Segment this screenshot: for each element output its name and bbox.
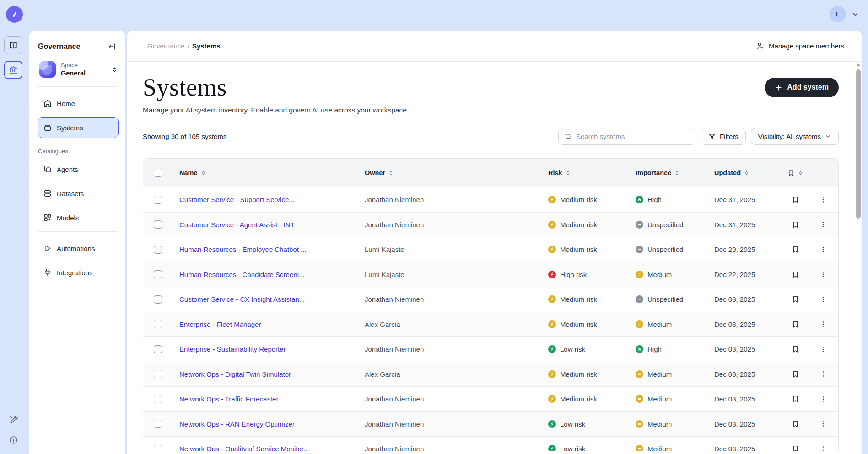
system-name-link[interactable]: Network Ops - Digital Twin Simulator <box>179 370 353 378</box>
system-name-link[interactable]: Enterprise - Fleet Manager <box>179 320 353 328</box>
kebab-menu-icon[interactable] <box>819 320 827 328</box>
importance-label: Unspecified <box>647 221 683 229</box>
risk-icon <box>548 320 556 328</box>
sort-icon[interactable] <box>388 170 394 176</box>
bookmark-icon[interactable] <box>791 245 800 254</box>
system-name-link[interactable]: Human Resources - Employee Chatbot ... <box>179 246 353 253</box>
row-checkbox[interactable] <box>154 220 162 229</box>
scrollbar-up-arrow[interactable] <box>856 63 861 66</box>
select-all-checkbox[interactable] <box>154 169 162 177</box>
sort-icon[interactable] <box>565 170 571 176</box>
sort-icon[interactable] <box>200 170 206 176</box>
table-row: Customer Service - Agent Assist - INT Jo… <box>143 212 838 237</box>
chevron-down-icon <box>825 133 831 140</box>
row-checkbox[interactable] <box>154 395 162 403</box>
bookmark-column-icon[interactable] <box>787 169 795 177</box>
row-checkbox[interactable] <box>154 270 162 278</box>
kebab-menu-icon[interactable] <box>819 246 827 254</box>
page-title: Systems <box>143 75 227 100</box>
sidebar-item-agents[interactable]: Agents <box>38 159 119 180</box>
system-name-link[interactable]: Network Ops - Traffic Forecaster <box>179 395 353 403</box>
visibility-dropdown[interactable]: Visibility: All systems <box>751 128 839 145</box>
bookmark-icon[interactable] <box>791 345 800 353</box>
sidebar-item-home[interactable]: Home <box>38 93 119 114</box>
sidebar-item-automations[interactable]: Automations <box>38 238 119 259</box>
kebab-menu-icon[interactable] <box>819 295 827 304</box>
docs-rail-button[interactable] <box>4 36 22 54</box>
kebab-menu-icon[interactable] <box>819 196 827 204</box>
bookmark-icon[interactable] <box>791 420 800 428</box>
space-name: General <box>61 70 86 77</box>
sort-icon[interactable] <box>798 170 803 176</box>
add-system-button[interactable]: Add system <box>765 78 839 97</box>
row-checkbox[interactable] <box>154 246 162 254</box>
row-checkbox[interactable] <box>154 345 162 353</box>
column-header-updated[interactable]: Updated <box>714 169 741 176</box>
row-checkbox[interactable] <box>154 370 162 378</box>
column-header-owner[interactable]: Owner <box>365 169 385 176</box>
bookmark-icon[interactable] <box>791 195 800 204</box>
row-checkbox[interactable] <box>154 445 162 451</box>
bookmark-icon[interactable] <box>791 444 800 451</box>
row-checkbox[interactable] <box>154 196 162 204</box>
system-name-link[interactable]: Human Resources - Candidate Screeni... <box>179 271 353 278</box>
chevron-expand-icon <box>111 66 119 74</box>
system-name-link[interactable]: Customer Service - Agent Assist - INT <box>179 221 353 229</box>
home-icon <box>43 99 52 108</box>
app-logo[interactable] <box>6 6 23 23</box>
column-header-risk[interactable]: Risk <box>548 169 562 176</box>
manage-space-members-button[interactable]: Manage space members <box>756 42 844 50</box>
kebab-menu-icon[interactable] <box>819 220 827 229</box>
system-name-link[interactable]: Customer Service - Support Service... <box>179 196 353 203</box>
kebab-menu-icon[interactable] <box>819 270 827 278</box>
bookmark-icon[interactable] <box>791 395 800 403</box>
updated-cell: Dec 03, 2025 <box>714 395 783 403</box>
row-checkbox[interactable] <box>154 295 162 304</box>
info-icon[interactable] <box>9 435 18 445</box>
column-header-name[interactable]: Name <box>179 169 198 176</box>
importance-label: Medium <box>647 271 672 278</box>
row-checkbox[interactable] <box>154 320 162 328</box>
row-checkbox[interactable] <box>154 420 162 428</box>
sidebar-item-label: Models <box>57 214 79 222</box>
risk-label: Medium risk <box>560 395 597 403</box>
integrations-plug-icon <box>43 268 52 277</box>
avatar[interactable]: L <box>830 6 846 22</box>
tools-icon[interactable] <box>8 414 18 424</box>
sidebar-item-systems[interactable]: Systems <box>38 117 119 138</box>
kebab-menu-icon[interactable] <box>819 395 827 403</box>
sort-icon[interactable] <box>674 170 680 176</box>
page-content: Systems Add system Manage your AI system… <box>127 62 862 454</box>
system-name-link[interactable]: Customer Service - CX Insight Assistan..… <box>179 295 353 303</box>
bookmark-icon[interactable] <box>791 370 800 379</box>
sidebar-item-models[interactable]: Models <box>38 207 119 228</box>
kebab-menu-icon[interactable] <box>819 420 827 428</box>
bookmark-icon[interactable] <box>791 220 800 229</box>
account-chevron-down-icon[interactable] <box>851 10 859 18</box>
bookmark-icon[interactable] <box>791 320 800 329</box>
risk-label: Medium risk <box>560 370 597 378</box>
system-name-link[interactable]: Network Ops - Quality of Service Monitor… <box>179 445 353 451</box>
kebab-menu-icon[interactable] <box>819 370 827 378</box>
account-menu: L <box>830 6 859 22</box>
kebab-menu-icon[interactable] <box>819 445 827 451</box>
space-selector[interactable]: Space General <box>39 61 119 78</box>
importance-label: Medium <box>647 420 672 428</box>
updated-cell: Dec 31, 2025 <box>714 196 783 203</box>
system-name-link[interactable]: Network Ops - RAN Energy Optimizer <box>179 420 353 428</box>
column-header-importance[interactable]: Importance <box>636 169 671 176</box>
bookmark-icon[interactable] <box>791 295 800 304</box>
system-name-link[interactable]: Enterprise - Sustainability Reporter <box>179 345 353 353</box>
collapse-sidebar-icon[interactable] <box>108 42 117 51</box>
importance-icon <box>636 246 643 253</box>
search-input[interactable] <box>576 133 690 140</box>
bookmark-icon[interactable] <box>791 270 800 279</box>
scrollbar-thumb[interactable] <box>856 69 861 219</box>
kebab-menu-icon[interactable] <box>819 345 827 353</box>
filters-button[interactable]: Filters <box>701 128 746 145</box>
sort-icon[interactable] <box>744 170 749 176</box>
breadcrumb-governance[interactable]: Governance <box>147 42 185 50</box>
sidebar-item-datasets[interactable]: Datasets <box>38 183 119 204</box>
governance-rail-button[interactable] <box>4 61 22 79</box>
sidebar-item-integrations[interactable]: Integrations <box>38 262 119 283</box>
